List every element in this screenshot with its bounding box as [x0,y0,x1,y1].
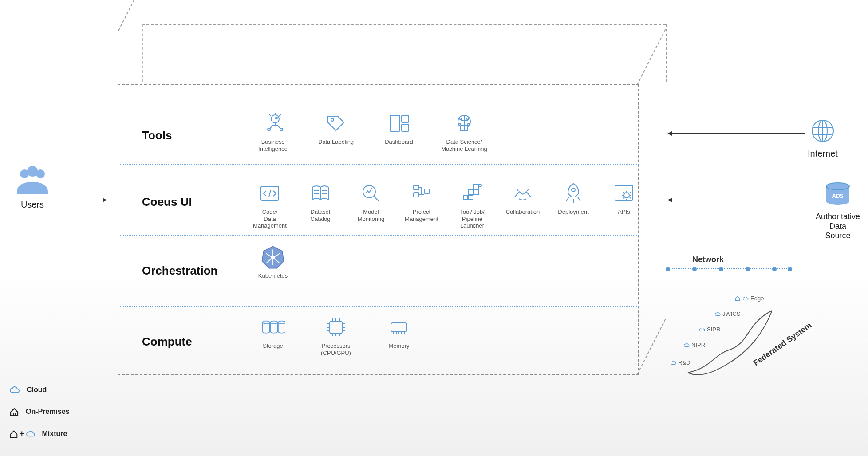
svg-point-3 [271,115,279,123]
svg-point-32 [270,321,277,324]
pipeline-icon [460,181,485,206]
legend-mixture: + Mixture [9,429,70,438]
svg-point-11 [460,118,462,120]
svg-point-28 [624,193,629,198]
book-icon [308,181,333,206]
tier-edge: Edge [734,295,764,302]
tag-icon [324,111,348,136]
layer-coeus-label: Coeus UI [142,195,192,209]
layer-compute-label: Compute [142,335,192,349]
tile-dashboard: Dashboard [375,111,423,145]
svg-point-26 [572,188,575,192]
cube-outline [142,24,143,82]
house-icon [9,407,20,417]
users-block: Users [13,164,51,210]
robot-icon [260,111,285,136]
tile-ml: Data Science/ Machine Learning [438,111,491,152]
orch-row: Kubernetes [249,245,297,279]
svg-point-25 [479,184,481,187]
kubernetes-icon [260,245,285,270]
labeling-label: Data Labeling [318,138,354,145]
monitor-label: Model Monitoring [358,208,385,222]
cube-outline [666,24,667,82]
svg-point-5 [268,128,270,131]
row-divider [118,164,639,165]
ads-badge-text: ADS [832,193,843,199]
svg-rect-17 [414,185,419,190]
tile-processors: Processors (CPU/GPU) [312,315,360,356]
tile-code: Code/ Data Management [249,181,291,229]
layer-tools-label: Tools [142,129,172,142]
svg-rect-23 [474,190,478,194]
tile-memory: Memory [375,315,423,350]
svg-rect-19 [424,189,430,193]
legend: Cloud On-Premises + Mixture [9,385,70,438]
svg-rect-20 [463,195,468,200]
deploy-label: Deployment [558,208,588,216]
cloud-icon [9,385,20,394]
ml-label: Data Science/ Machine Learning [441,138,487,152]
tile-deploy: Deployment [552,181,595,216]
tools-row: Business Intelligence Data Labeling Dash… [249,111,491,152]
internet-block: Internet [808,118,838,159]
cube-outline [637,319,666,375]
row-divider [118,306,639,307]
cube-outline [637,29,666,85]
proc-label: Processors (CPU/GPU) [321,342,351,356]
svg-rect-9 [402,115,409,122]
tile-pipeline: Tool/ Job/ Pipeline Launcher [451,181,493,229]
brain-icon [452,111,477,136]
code-label: Code/ Data Management [249,208,291,229]
k8s-label: Kubernetes [258,272,288,279]
project-label: Project Management [405,208,438,222]
network-dot-line [666,268,790,269]
svg-point-7 [331,118,334,121]
hands-icon [510,181,535,206]
svg-point-4 [276,117,277,119]
house-icon [9,429,19,438]
svg-rect-24 [474,185,478,189]
database-icon: ADS [823,182,852,208]
svg-rect-21 [469,195,473,200]
dashboard-icon [387,111,411,136]
network-label: Network [692,255,724,264]
svg-point-14 [468,123,470,125]
magnifier-chart-icon [359,181,383,206]
svg-point-31 [263,321,270,324]
svg-point-33 [278,321,285,324]
ads-block: ADS Authoritative Data Source [808,182,868,241]
apis-label: APIs [618,208,630,216]
code-icon [257,181,282,206]
svg-rect-8 [390,115,400,131]
dashboard-label: Dashboard [385,138,413,145]
svg-point-12 [467,118,469,120]
ads-label: Authoritative Data Source [808,212,868,241]
storage-icon [260,315,285,340]
legend-onprem: On-Premises [9,407,70,417]
tile-business-intelligence: Business Intelligence [249,111,297,152]
arrow-users-to-cube [58,200,107,200]
svg-point-2 [27,166,38,177]
svg-point-13 [459,123,461,125]
internet-label: Internet [808,149,838,159]
cloud-icon [670,360,676,366]
tile-monitor: Model Monitoring [350,181,392,222]
memory-label: Memory [389,342,410,350]
collab-label: Collaboration [506,208,540,216]
rocket-icon [561,181,586,206]
arrow-internet-in [668,133,805,134]
coeus-row: Code/ Data Management Dataset Catalog Mo… [249,181,645,229]
svg-point-6 [280,128,283,131]
tile-project: Project Management [400,181,443,222]
cube-outline [142,24,666,25]
project-icon [409,181,434,206]
layer-orch-label: Orchestration [142,264,218,278]
svg-rect-40 [13,413,15,416]
house-icon [734,295,741,302]
browser-gear-icon [612,181,636,206]
tile-collab: Collaboration [501,181,544,216]
tile-catalog: Dataset Catalog [299,181,342,222]
pipeline-label: Tool/ Job/ Pipeline Launcher [451,208,493,229]
users-icon [13,164,51,195]
cloud-icon [742,296,749,301]
